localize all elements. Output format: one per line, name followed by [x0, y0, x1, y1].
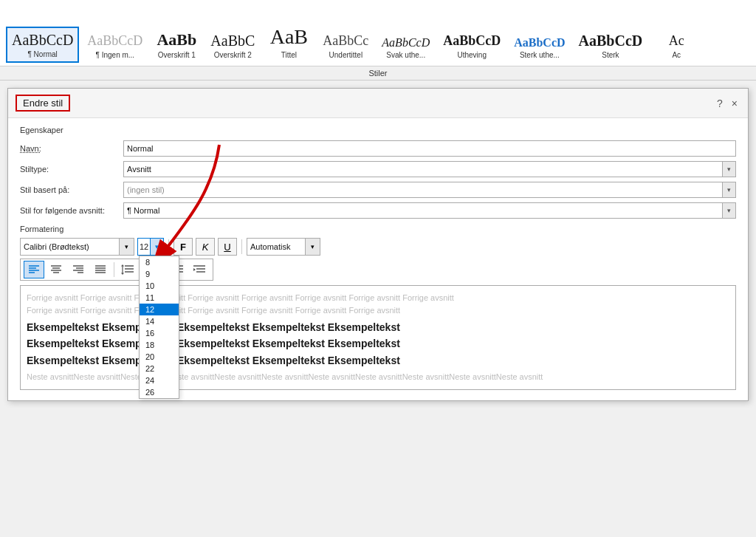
ribbon-style-undertittel[interactable]: AaBbCcUndertittel: [317, 30, 374, 63]
pilcrow-icon: ¶: [127, 206, 134, 215]
ribbon-style-preview-sterkuthe: AaBbCcD: [514, 35, 565, 49]
stilfolgende-select[interactable]: ¶ ¶ NormalNormal ▾: [123, 202, 736, 219]
preview-area: Forrige avsnitt Forrige avsnitt Forrige …: [20, 285, 736, 390]
ribbon-style-preview-sterk: AaBbCcD: [579, 32, 643, 49]
ribbon-style-label-sterk: Sterk: [602, 51, 619, 59]
ribbon-style-overskrift2[interactable]: AaBbCOverskrift 2: [205, 28, 260, 63]
align-justify-button[interactable]: [90, 261, 111, 278]
stilbasert-arrow[interactable]: ▾: [722, 182, 735, 197]
stiltype-row: Stiltype: Avsnitt ▾: [20, 161, 736, 177]
stiltype-value: Avsnitt: [124, 163, 722, 175]
ribbon-style-preview-utheving: AaBbCcD: [443, 33, 501, 49]
help-button[interactable]: ?: [717, 98, 723, 109]
increase-indent-button[interactable]: [189, 261, 210, 278]
color-arrow[interactable]: ▾: [305, 239, 320, 255]
dialog-titlebar: Endre stil ? ×: [8, 89, 748, 118]
stiler-bar: Stiler: [0, 66, 756, 81]
ribbon-style-preview-overskrift2: AaBbC: [210, 32, 255, 49]
ribbon-style-label-ac: Ac: [672, 51, 681, 59]
ribbon-style-ac[interactable]: AcAc: [650, 30, 702, 63]
size-option-22[interactable]: 22: [140, 363, 179, 374]
ribbon-style-label-normal: ¶ Normal: [27, 50, 57, 58]
navn-label: Navn:: [20, 144, 123, 153]
ribbon-style-preview-normal: AaBbCcD: [12, 31, 73, 49]
ribbon-style-label-overskrift2: Overskrift 2: [214, 51, 252, 59]
ribbon-style-preview-overskrift1: AaBb: [157, 30, 196, 49]
stiltype-select[interactable]: Avsnitt ▾: [123, 161, 736, 177]
size-option-20[interactable]: 20: [140, 351, 179, 363]
close-button[interactable]: ×: [729, 98, 740, 109]
dialog-title: Endre stil: [16, 95, 70, 112]
format-toolbar: Calibri (Brødtekst) ▾ 12 ▾ 8910111214161…: [20, 238, 736, 256]
ribbon-style-sterk[interactable]: AaBbCcDSterk: [574, 28, 648, 63]
ribbon-style-label-undertittel: Undertittel: [329, 51, 363, 59]
font-size-select[interactable]: 12 ▾: [137, 238, 164, 256]
dialog-overlay: Endre stil ? × Egenskaper Navn: Stiltype…: [0, 81, 756, 408]
egenskaper-label: Egenskaper: [20, 126, 736, 134]
size-option-24[interactable]: 24: [140, 374, 179, 386]
bold-button[interactable]: F: [173, 238, 193, 256]
ribbon-style-label-tittel: Tittel: [281, 51, 297, 59]
size-option-12[interactable]: 12: [140, 304, 179, 315]
ribbon-style-sterkuthe[interactable]: AaBbCcDSterk uthe...: [509, 32, 570, 63]
ribbon-style-overskrift1[interactable]: AaBbOverskrift 1: [151, 27, 202, 63]
dialog-body: Egenskaper Navn: Stiltype: Avsnitt ▾ Sti…: [8, 118, 748, 400]
ribbon-style-label-ingen: ¶ Ingen m...: [96, 51, 135, 59]
align-toolbar: [20, 259, 213, 281]
navn-input[interactable]: [123, 140, 736, 157]
svg-marker-33: [193, 268, 196, 271]
ribbon-style-label-sterkuthe: Sterk uthe...: [520, 51, 560, 59]
color-select[interactable]: Automatisk ▾: [247, 238, 320, 256]
stilfolgende-label: Stil for følgende avsnitt:: [20, 206, 123, 215]
size-option-26[interactable]: 26: [140, 386, 179, 398]
ribbon-style-utheving[interactable]: AaBbCcDUtheving: [438, 30, 506, 63]
ribbon-style-svakuthe[interactable]: AaBbCcDSvak uthe...: [377, 32, 435, 63]
line-spacing-button[interactable]: [117, 261, 138, 278]
stilfolgende-row: Stil for følgende avsnitt: ¶ ¶ NormalNor…: [20, 202, 736, 219]
stilfolgende-value: ¶ ¶ NormalNormal: [124, 205, 722, 216]
fmt-divider-1: [168, 239, 169, 254]
stilbasert-select[interactable]: (ingen stil) ▾: [123, 182, 736, 198]
font-size-arrow[interactable]: ▾: [150, 239, 163, 255]
font-arrow[interactable]: ▾: [119, 239, 134, 255]
font-size-value: 12: [138, 241, 150, 253]
underline-button[interactable]: U: [218, 238, 237, 256]
ribbon-style-tittel[interactable]: AaBTittel: [263, 21, 315, 63]
align-right-button[interactable]: [68, 261, 89, 278]
size-option-10[interactable]: 10: [140, 280, 179, 292]
size-option-18[interactable]: 18: [140, 339, 179, 351]
size-option-14[interactable]: 14: [140, 315, 179, 327]
stilfolgende-arrow[interactable]: ▾: [722, 203, 735, 218]
ribbon-style-label-overskrift1: Overskrift 1: [158, 51, 196, 59]
font-select[interactable]: Calibri (Brødtekst) ▾: [20, 238, 134, 256]
stiltype-arrow[interactable]: ▾: [722, 162, 735, 177]
font-name: Calibri (Brødtekst): [21, 241, 119, 253]
navn-row: Navn:: [20, 140, 736, 157]
size-option-9[interactable]: 9: [140, 268, 179, 280]
ribbon-style-label-utheving: Utheving: [457, 51, 486, 59]
preview-container: Forrige avsnitt Forrige avsnitt Forrige …: [20, 285, 736, 390]
ribbon-style-preview-tittel: AaB: [270, 24, 308, 49]
stilbasert-value: (ingen stil): [124, 184, 722, 196]
ribbon-style-normal[interactable]: AaBbCcD¶ Normal: [6, 27, 79, 63]
size-option-16[interactable]: 16: [140, 327, 179, 339]
endre-stil-dialog: Endre stil ? × Egenskaper Navn: Stiltype…: [7, 88, 749, 401]
preview-next-text: Neste avsnittNeste avsnittNeste avsnittN…: [27, 372, 729, 383]
ribbon-style-preview-ac: Ac: [669, 33, 684, 49]
color-value: Automatisk: [247, 241, 305, 253]
svg-marker-20: [121, 273, 124, 276]
preview-sample-text: Eksempeltekst Eksempeltekst Eksempelteks…: [27, 319, 729, 369]
ribbon-style-preview-ingen: AaBbCcD: [87, 33, 142, 49]
size-option-8[interactable]: 8: [140, 256, 179, 268]
align-center-button[interactable]: [46, 261, 66, 278]
ribbon-style-preview-svakuthe: AaBbCcD: [382, 35, 430, 49]
stiler-label: Stiler: [368, 69, 387, 78]
italic-button[interactable]: K: [196, 238, 215, 256]
style-ribbon: AaBbCcD¶ NormalAaBbCcD¶ Ingen m...AaBbOv…: [0, 0, 756, 66]
formatering-label: Formatering: [20, 225, 736, 233]
ribbon-style-preview-undertittel: AaBbCc: [323, 33, 368, 49]
stilbasert-label: Stil basert på:: [20, 185, 123, 194]
ribbon-style-ingen[interactable]: AaBbCcD¶ Ingen m...: [82, 30, 148, 63]
align-left-button[interactable]: [24, 261, 44, 278]
size-option-11[interactable]: 11: [140, 292, 179, 304]
